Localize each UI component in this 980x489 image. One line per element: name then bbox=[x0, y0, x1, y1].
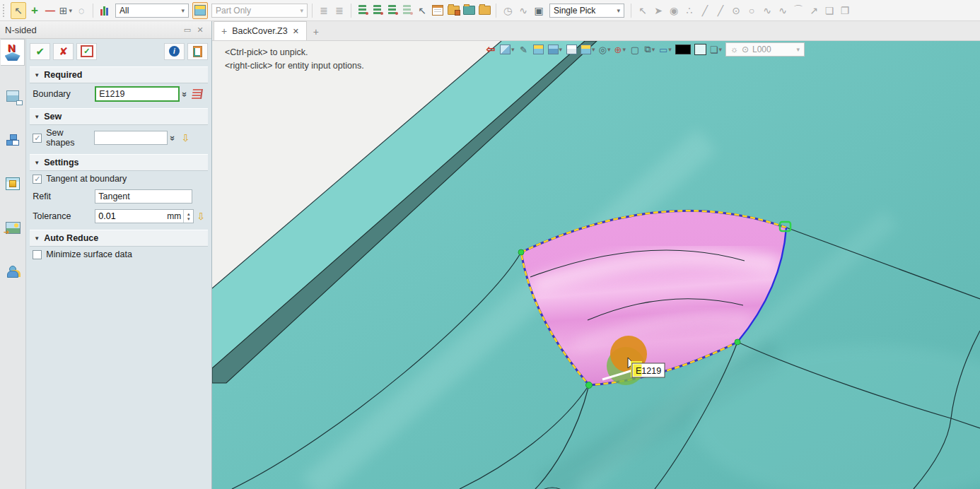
chevron-down-icon[interactable]: ▾ bbox=[181, 7, 185, 14]
collapse-triangle-icon[interactable]: ▼ bbox=[34, 160, 40, 166]
minimize-surface-checkbox[interactable] bbox=[33, 250, 42, 259]
display-mode-icon[interactable]: ▾ bbox=[548, 43, 563, 56]
expand-chevron-icon[interactable]: » bbox=[180, 91, 190, 96]
image-icon bbox=[6, 222, 21, 234]
chevron-down-icon[interactable]: ▾ bbox=[718, 46, 722, 53]
zoom-mode-icon[interactable]: ◎▾ bbox=[599, 43, 611, 56]
boundary-input[interactable] bbox=[95, 86, 180, 102]
shaded-display-icon[interactable] bbox=[192, 2, 208, 19]
session-settings-icon[interactable] bbox=[477, 3, 491, 18]
add-pick-icon[interactable]: + bbox=[28, 3, 42, 18]
chevron-down-icon[interactable]: ▾ bbox=[300, 7, 303, 14]
remove-pick-icon[interactable]: — bbox=[43, 3, 57, 18]
constraint-config-icon: ≣ bbox=[317, 3, 331, 18]
tolerance-input[interactable] bbox=[95, 211, 165, 222]
window-frame-icon[interactable]: ▢ bbox=[629, 43, 641, 56]
separator bbox=[312, 4, 313, 18]
wireframe-mode-icon[interactable] bbox=[566, 43, 577, 56]
rotate-target-icon[interactable]: ⊕▾ bbox=[614, 43, 625, 56]
shape-browser-icon[interactable] bbox=[1, 83, 25, 110]
chevron-down-icon[interactable]: ▾ bbox=[69, 7, 73, 14]
inherit-value-icon[interactable]: ⇩ bbox=[197, 211, 205, 222]
pick-arrow-icon[interactable]: ↖ bbox=[11, 2, 26, 19]
chevron-down-icon[interactable]: ▾ bbox=[622, 46, 626, 53]
input-form-icon[interactable] bbox=[431, 3, 445, 18]
sew-shapes-checkbox[interactable] bbox=[33, 134, 42, 143]
pick-grid-icon[interactable]: ⊞▾ bbox=[59, 3, 73, 18]
layers-glyph: ⧉ bbox=[644, 44, 651, 55]
cube-glyph bbox=[194, 5, 206, 16]
tab-backcover[interactable]: + BackCover.Z3 ✕ bbox=[214, 21, 307, 40]
assembly-tree-icon[interactable] bbox=[1, 126, 25, 153]
chevron-down-icon[interactable]: ▾ bbox=[652, 46, 655, 53]
section-view-icon[interactable]: ▾ bbox=[581, 43, 595, 56]
appearance-brush-icon[interactable]: ✎ bbox=[518, 43, 530, 56]
tolerance-stepper[interactable]: ▴▾ bbox=[183, 210, 193, 223]
tolerance-unit: mm bbox=[165, 211, 183, 221]
chevron-down-icon[interactable]: ▾ bbox=[559, 46, 563, 53]
expand-chevron-icon[interactable]: » bbox=[168, 135, 178, 140]
viewport-3d[interactable]: E1219 <Ctrl-pick> to unpick. <right-clic… bbox=[212, 41, 980, 489]
collapse-triangle-icon[interactable]: ▼ bbox=[34, 235, 40, 242]
render-monitor-icon[interactable]: ▭▾ bbox=[659, 43, 672, 56]
tab-close-icon[interactable]: ✕ bbox=[293, 27, 299, 36]
spin-down-icon[interactable]: ▾ bbox=[187, 216, 190, 221]
chevron-down-icon[interactable]: ▾ bbox=[796, 46, 800, 53]
dialog-close-button[interactable]: ✕ bbox=[194, 25, 206, 35]
open-part-icon[interactable] bbox=[446, 3, 460, 18]
render-manager-icon[interactable] bbox=[1, 214, 25, 241]
layer-dropdown[interactable]: ☼ ⊙ L000 ▾ bbox=[725, 42, 805, 57]
collapse-triangle-icon[interactable]: ▼ bbox=[34, 114, 40, 120]
new-tab-button[interactable]: + bbox=[307, 26, 325, 40]
section-sew[interactable]: ▼ Sew bbox=[30, 108, 208, 125]
chevron-down-icon[interactable]: ▾ bbox=[668, 46, 672, 53]
collapse-triangle-icon[interactable]: ▼ bbox=[34, 72, 40, 78]
surface-style-icon[interactable]: ❏▾ bbox=[710, 43, 722, 56]
dialog-titlebar[interactable]: N-sided ▭ ✕ bbox=[0, 21, 211, 39]
section-settings[interactable]: ▼ Settings bbox=[30, 154, 208, 171]
user-manager-icon[interactable] bbox=[1, 258, 25, 285]
chevron-down-icon[interactable]: ▾ bbox=[607, 46, 611, 53]
apply-button[interactable]: ✓ bbox=[76, 43, 97, 60]
toolbar-drag-handle[interactable] bbox=[3, 4, 7, 17]
shade-mode-icon[interactable] bbox=[533, 43, 544, 56]
ok-button[interactable]: ✔ bbox=[30, 43, 50, 60]
pick-mode-dropdown[interactable]: Single Pick ▾ bbox=[549, 4, 624, 18]
entity-filter-dropdown[interactable]: All ▾ bbox=[115, 4, 189, 18]
section-required[interactable]: ▼ Required bbox=[30, 66, 208, 83]
dialog-collapse-button[interactable]: ▭ bbox=[181, 25, 194, 35]
inherit-value-icon[interactable]: ⇩ bbox=[182, 132, 190, 143]
chevron-down-icon[interactable]: ▾ bbox=[511, 46, 515, 53]
visual-manager-icon[interactable] bbox=[1, 170, 25, 197]
face-color-swatch[interactable] bbox=[694, 44, 706, 55]
scene-canvas[interactable]: E1219 bbox=[212, 41, 980, 489]
help-page-button[interactable] bbox=[187, 43, 208, 60]
filter-shapes-icon[interactable] bbox=[358, 5, 366, 16]
boundary-pick-list-icon[interactable] bbox=[192, 89, 203, 99]
pick-box-icon[interactable]: ▣ bbox=[532, 3, 546, 18]
cancel-button[interactable]: ✘ bbox=[53, 43, 74, 60]
import-icon[interactable] bbox=[462, 3, 476, 18]
cursor-pick-icon[interactable]: ↖ bbox=[415, 3, 429, 18]
folder-glyph bbox=[479, 6, 491, 15]
chevron-down-icon[interactable]: ▾ bbox=[617, 7, 620, 14]
tangent-checkbox[interactable] bbox=[33, 175, 42, 184]
section-auto-reduce[interactable]: ▼ Auto Reduce bbox=[30, 230, 208, 247]
layers-icon[interactable]: ⧉▾ bbox=[644, 43, 655, 56]
filter-faces-icon[interactable] bbox=[373, 5, 381, 16]
n-sided-command-icon[interactable]: N bbox=[1, 39, 25, 66]
sew-shapes-row: Sew shapes » ⇩ bbox=[30, 125, 208, 151]
lasso-pick-icon[interactable]: ◌ bbox=[74, 3, 88, 18]
chevron-down-icon[interactable]: ▾ bbox=[592, 46, 595, 53]
info-button[interactable]: i bbox=[164, 43, 185, 60]
display-scope-dropdown[interactable]: Part Only ▾ bbox=[211, 4, 308, 18]
refit-input[interactable] bbox=[95, 189, 192, 204]
view-orientation-icon[interactable]: ▾ bbox=[500, 43, 515, 56]
filter-colors-icon[interactable] bbox=[98, 3, 112, 18]
spin-up-icon[interactable]: ▴ bbox=[187, 211, 190, 216]
exit-command-icon[interactable]: ⇦ bbox=[485, 43, 496, 56]
edge-color-swatch[interactable] bbox=[675, 45, 691, 54]
sew-shapes-input[interactable] bbox=[94, 131, 168, 145]
dialog-title: N-sided bbox=[5, 25, 181, 35]
filter-edges-icon[interactable] bbox=[388, 5, 396, 16]
